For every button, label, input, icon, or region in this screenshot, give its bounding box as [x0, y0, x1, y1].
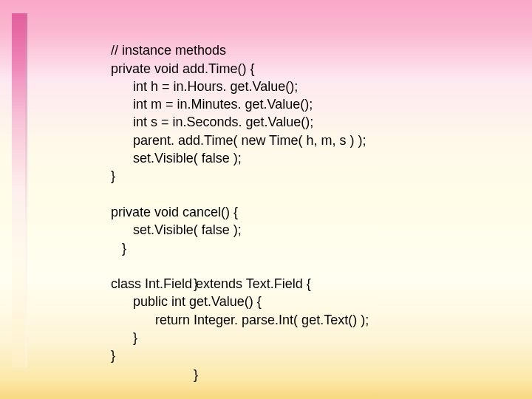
code-line: private void add.Time() {: [111, 61, 254, 76]
code-line: public int get.Value() {: [111, 294, 262, 309]
code-block: // instance methods private void add.Tim…: [111, 24, 369, 383]
code-line: }: [111, 241, 126, 256]
code-line: }: [111, 330, 137, 345]
code-line: }: [194, 366, 198, 383]
code-line: int s = in.Seconds. get.Value();: [111, 115, 313, 129]
code-line: private void cancel() {: [111, 205, 238, 219]
code-line: int h = in.Hours. get.Value();: [111, 79, 298, 94]
decorative-left-stripe: [12, 13, 25, 368]
decorative-left-stripe-thin: [25, 13, 27, 368]
code-line: set.Visible( false );: [111, 151, 242, 166]
code-line: class Int.Field extends Text.Field {: [111, 276, 311, 291]
code-line: return Integer. parse.Int( get.Text() );: [111, 313, 369, 327]
code-line: }: [111, 348, 115, 363]
code-line: }: [194, 275, 198, 293]
code-line: // instance methods: [111, 43, 226, 58]
code-line: parent. add.Time( new Time( h, m, s ) );: [111, 133, 366, 148]
code-line: int m = in.Minutes. get.Value();: [111, 97, 313, 112]
code-line: }: [111, 168, 115, 183]
code-line: set.Visible( false );: [111, 222, 242, 237]
